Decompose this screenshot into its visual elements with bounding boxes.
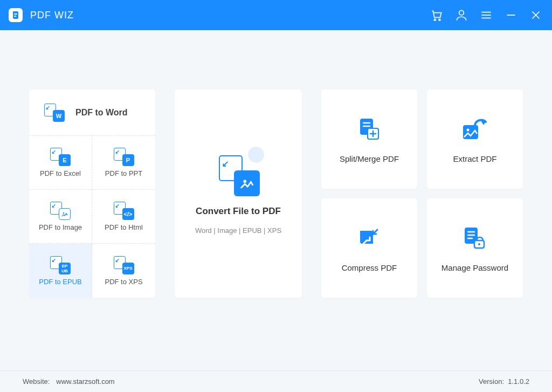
menu-icon[interactable]: [479, 8, 494, 23]
footer: Website: www.starzsoft.com Version: 1.1.…: [0, 370, 552, 392]
pdf-to-html-tile[interactable]: </> PDF to Html: [92, 190, 155, 244]
tile-label: Extract PDF: [453, 154, 497, 163]
tile-label: PDF to XPS: [105, 278, 142, 286]
version-block: Version: 1.1.0.2: [479, 377, 529, 386]
website-url[interactable]: www.starzsoft.com: [56, 377, 114, 386]
pdf-to-ppt-tile[interactable]: P PDF to PPT: [92, 136, 155, 190]
tile-label: PDF to EPUB: [39, 278, 81, 286]
pdf-to-excel-tile[interactable]: E PDF to Excel: [29, 136, 92, 190]
svg-point-12: [243, 180, 246, 183]
title-bar: PDF WIZ: [0, 0, 552, 30]
word-icon: W: [44, 104, 65, 122]
password-icon: [461, 224, 488, 253]
excel-icon: E: [50, 148, 71, 166]
tile-label: Compress PDF: [342, 263, 397, 272]
split-merge-tile[interactable]: Split/Merge PDF: [321, 90, 417, 189]
epub-icon: EPUB: [50, 256, 71, 274]
close-icon[interactable]: [528, 8, 543, 23]
svg-point-3: [439, 19, 440, 20]
center-title: Convert File to PDF: [196, 206, 281, 217]
split-merge-icon: [356, 115, 383, 145]
svg-point-11: [63, 212, 65, 214]
website-label: Website:: [23, 377, 50, 386]
svg-point-4: [459, 10, 464, 15]
pdf-to-image-tile[interactable]: PDF to Image: [29, 190, 92, 244]
svg-rect-1: [14, 16, 16, 17]
tile-label: PDF to PPT: [105, 169, 142, 177]
tile-label: PDF to Excel: [40, 169, 81, 177]
convert-icon: ↘: [217, 153, 260, 196]
html-icon: </>: [114, 202, 134, 220]
tile-label: Split/Merge PDF: [340, 154, 399, 163]
tile-label: PDF to Image: [39, 223, 82, 231]
svg-point-20: [467, 128, 470, 131]
svg-rect-0: [14, 13, 17, 15]
pdf-to-xps-tile[interactable]: XPS PDF to XPS: [92, 244, 155, 298]
ppt-icon: P: [114, 148, 134, 166]
user-icon[interactable]: [454, 8, 469, 23]
pdf-to-word-tile[interactable]: W PDF to Word: [29, 90, 155, 136]
extract-tile[interactable]: Extract PDF: [427, 90, 523, 189]
image-icon: [50, 202, 71, 220]
pdf-to-group: W PDF to Word E PDF to Excel P PDF to PP…: [29, 90, 155, 298]
minimize-icon[interactable]: [503, 8, 519, 23]
svg-point-2: [434, 19, 436, 20]
version-label: Version:: [479, 377, 504, 386]
compress-tile[interactable]: Compress PDF: [321, 198, 417, 298]
convert-to-pdf-tile[interactable]: ↘ Convert File to PDF Word | Image | EPU…: [175, 90, 302, 298]
compress-icon: [356, 224, 383, 253]
version-value: 1.1.0.2: [508, 377, 529, 386]
center-subtitle: Word | Image | EPUB | XPS: [195, 226, 281, 235]
cart-icon[interactable]: [429, 8, 444, 23]
tile-label: PDF to Html: [105, 223, 143, 231]
xps-icon: XPS: [114, 256, 134, 274]
pdf-to-epub-tile[interactable]: EPUB PDF to EPUB: [29, 244, 92, 298]
utilities-grid: Split/Merge PDF Extract PDF: [321, 90, 523, 298]
extract-icon: [460, 115, 489, 145]
manage-password-tile[interactable]: Manage Password: [427, 198, 523, 298]
main-content: W PDF to Word E PDF to Excel P PDF to PP…: [0, 30, 552, 298]
app-logo-icon: [9, 8, 23, 22]
app-title: PDF WIZ: [30, 10, 74, 21]
title-bar-controls: [429, 8, 543, 23]
svg-point-26: [478, 243, 480, 245]
tile-label: Manage Password: [441, 263, 508, 272]
tile-label: PDF to Word: [75, 108, 128, 118]
